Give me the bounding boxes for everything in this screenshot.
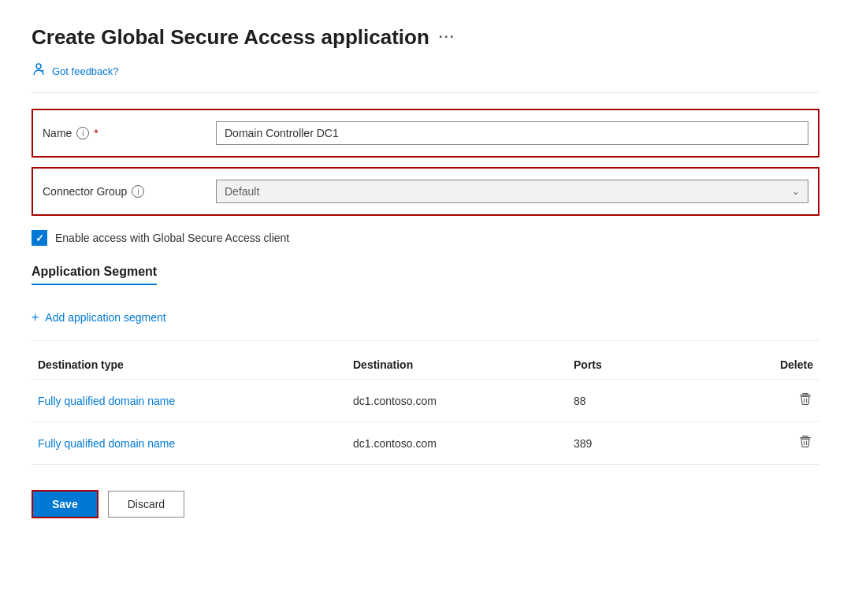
- dest-type-link-1[interactable]: Fully qualified domain name: [38, 437, 175, 450]
- connector-group-row: Connector Group i Default ⌄: [32, 167, 819, 216]
- name-required-star: *: [94, 127, 98, 139]
- table-header-row: Destination type Destination Ports Delet…: [32, 351, 819, 380]
- plus-icon: +: [32, 310, 39, 325]
- segments-table: Destination type Destination Ports Delet…: [32, 351, 819, 465]
- name-field-row: Name i *: [32, 109, 819, 158]
- add-segment-container: + Add application segment: [32, 310, 819, 325]
- svg-rect-5: [802, 436, 808, 437]
- name-input[interactable]: [216, 121, 808, 145]
- svg-rect-1: [802, 393, 808, 395]
- svg-rect-2: [800, 395, 811, 396]
- delete-button-1[interactable]: [797, 433, 813, 453]
- add-segment-label: Add application segment: [45, 311, 165, 324]
- checkbox-label: Enable access with Global Secure Access …: [55, 232, 289, 244]
- name-label: Name i *: [43, 127, 216, 139]
- feedback-row: Got feedback?: [32, 62, 819, 93]
- page-title-row: Create Global Secure Access application …: [32, 25, 819, 50]
- discard-button[interactable]: Discard: [108, 491, 184, 518]
- ports-cell-1: 389: [567, 422, 686, 465]
- name-info-icon[interactable]: i: [76, 127, 89, 139]
- connector-info-icon[interactable]: i: [132, 185, 144, 198]
- col-header-ports: Ports: [567, 351, 686, 380]
- delete-cell-0: [686, 380, 819, 422]
- save-button[interactable]: Save: [32, 490, 98, 518]
- col-header-destination: Destination: [347, 351, 567, 380]
- enable-access-checkbox[interactable]: ✓: [32, 230, 47, 246]
- feedback-person-icon: [32, 62, 46, 80]
- table-row: Fully qualified domain name dc1.contoso.…: [32, 380, 819, 422]
- svg-rect-6: [800, 437, 811, 439]
- dest-type-cell-0: Fully qualified domain name: [32, 380, 347, 422]
- delete-cell-1: [686, 422, 819, 465]
- ports-cell-0: 88: [567, 380, 686, 422]
- form-section: Name i * Connector Group i Default ⌄: [32, 109, 819, 216]
- connector-group-dropdown[interactable]: Default ⌄: [216, 180, 808, 203]
- table-body: Fully qualified domain name dc1.contoso.…: [32, 380, 819, 465]
- col-header-dest-type: Destination type: [32, 351, 347, 380]
- checkbox-row: ✓ Enable access with Global Secure Acces…: [32, 230, 819, 246]
- dest-type-link-0[interactable]: Fully qualified domain name: [38, 395, 175, 407]
- actions-row: Save Discard: [32, 490, 819, 518]
- checkmark-icon: ✓: [35, 232, 44, 244]
- page-title: Create Global Secure Access application: [32, 25, 429, 50]
- connector-group-value: Default: [225, 185, 792, 198]
- col-header-delete: Delete: [686, 351, 819, 380]
- table-row: Fully qualified domain name dc1.contoso.…: [32, 422, 819, 465]
- svg-point-0: [36, 64, 41, 69]
- connector-label: Connector Group i: [43, 185, 216, 198]
- delete-button-0[interactable]: [797, 391, 813, 410]
- ellipsis-button[interactable]: ···: [439, 29, 455, 46]
- table-header: Destination type Destination Ports Delet…: [32, 351, 819, 380]
- add-segment-button[interactable]: + Add application segment: [32, 310, 166, 325]
- application-segment-section: Application Segment + Add application se…: [32, 265, 819, 465]
- dest-type-cell-1: Fully qualified domain name: [32, 422, 347, 465]
- destination-cell-0: dc1.contoso.com: [347, 380, 567, 422]
- feedback-link[interactable]: Got feedback?: [52, 65, 119, 77]
- section-title: Application Segment: [32, 265, 157, 285]
- destination-cell-1: dc1.contoso.com: [347, 422, 567, 465]
- table-divider: [32, 340, 819, 341]
- chevron-down-icon: ⌄: [792, 186, 800, 197]
